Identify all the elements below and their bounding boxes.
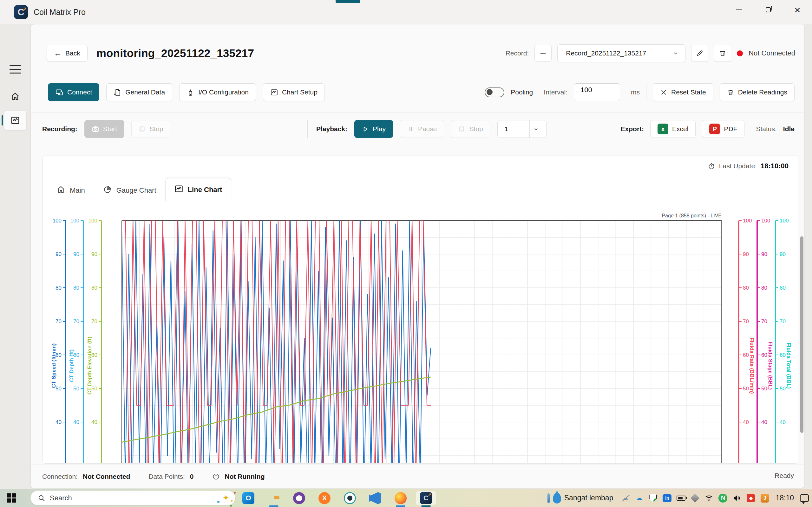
edit-record-button[interactable] (691, 45, 708, 62)
pooling-toggle[interactable] (485, 88, 504, 97)
sync-error-icon[interactable]: ◆ (746, 493, 756, 503)
firefox-icon (395, 492, 407, 504)
svg-text:Fluida Rate (BBL/min): Fluida Rate (BBL/min) (749, 337, 755, 394)
camera-icon (92, 125, 99, 133)
close-icon[interactable]: × (783, 0, 812, 20)
vertical-scrollbar[interactable] (800, 236, 803, 433)
recording-stop-button[interactable]: Stop (131, 120, 170, 138)
svg-text:90: 90 (91, 251, 97, 257)
chart-setup-button[interactable]: Chart Setup (263, 83, 325, 101)
io-configuration-button[interactable]: I/O Configuration (179, 83, 256, 101)
trash-icon (719, 49, 726, 57)
tab-gauge-chart[interactable]: Gauge Chart (94, 180, 165, 201)
taskbar-app-file-explorer[interactable] (264, 491, 284, 505)
svg-text:50: 50 (780, 386, 786, 392)
onedrive-icon[interactable]: ☁ (635, 493, 644, 503)
playback-label: Playback: (316, 125, 347, 133)
export-pdf-button[interactable]: P PDF (702, 120, 745, 138)
playback-speed-value: 1 (505, 125, 508, 133)
connection-label: Connection: (42, 473, 78, 481)
clock[interactable]: 18:10 (775, 494, 794, 502)
x-icon (660, 89, 667, 96)
java-icon[interactable]: J (760, 493, 769, 503)
svg-text:90: 90 (743, 251, 749, 257)
connection-value: Not Connected (83, 473, 130, 481)
search-box[interactable]: Search ✦✦ (31, 491, 235, 505)
taskbar-app-outlook[interactable]: O (239, 491, 258, 505)
outlook-icon: O (242, 492, 254, 504)
add-record-button[interactable] (535, 45, 552, 62)
battery-icon[interactable] (676, 493, 686, 503)
svg-text:40: 40 (761, 419, 767, 425)
notifications-icon[interactable] (800, 494, 809, 502)
minimize-icon[interactable] (724, 0, 754, 20)
taskbar-apps: OXC↗ (239, 491, 436, 505)
sidebar-item-home[interactable] (8, 89, 22, 103)
io-device-icon (187, 89, 194, 96)
menu-icon[interactable] (9, 65, 21, 73)
recording-start-button[interactable]: Start (84, 120, 124, 138)
start-button[interactable] (7, 493, 16, 503)
pie-chart-icon (103, 185, 112, 196)
taskbar-app-firefox[interactable] (391, 491, 410, 505)
pencil-icon (696, 49, 704, 57)
wifi-icon[interactable] (704, 493, 714, 503)
svg-text:100: 100 (70, 218, 79, 224)
vpn-n-icon[interactable]: N (718, 493, 728, 503)
taskbar-app-vscode[interactable] (365, 491, 385, 505)
recording-label: Recording: (42, 125, 78, 133)
taskbar-app-coil-matrix[interactable]: C↗ (416, 491, 436, 505)
play-button[interactable]: Play (354, 120, 393, 138)
svg-text:Fluida Stage (BBL): Fluida Stage (BBL) (767, 342, 773, 390)
divider (646, 83, 647, 101)
status-value: Idle (783, 125, 795, 133)
intel-graphics-icon[interactable]: in (662, 493, 672, 503)
svg-text:CT Speed (ft/min): CT Speed (ft/min) (51, 343, 57, 388)
svg-text:70: 70 (91, 319, 97, 325)
svg-text:100: 100 (53, 218, 61, 224)
datapoints-label: Data Points: (148, 473, 185, 481)
delete-readings-button[interactable]: Delete Readings (720, 83, 795, 101)
gpu-diamond-icon[interactable] (690, 493, 700, 503)
back-button[interactable]: ← Back (47, 45, 88, 61)
security-shield-icon[interactable]: ✓ (648, 493, 658, 503)
svg-text:80: 80 (91, 285, 97, 291)
export-excel-button[interactable]: x Excel (650, 120, 696, 138)
tab-line-chart[interactable]: Line Chart (165, 178, 232, 201)
taskbar-app-github-desktop[interactable] (289, 491, 309, 505)
connect-button[interactable]: Connect (48, 83, 99, 101)
export-label: Export: (621, 125, 644, 133)
restore-icon[interactable] (754, 0, 783, 20)
pause-button[interactable]: Pause (400, 120, 444, 138)
svg-text:60: 60 (780, 352, 786, 358)
svg-text:90: 90 (761, 251, 767, 257)
svg-text:70: 70 (780, 319, 786, 325)
reset-state-button[interactable]: Reset State (653, 83, 713, 101)
svg-text:80: 80 (55, 285, 61, 291)
humidity-drop-icon (553, 493, 561, 504)
chart-icon (270, 89, 278, 96)
record-select[interactable]: Record_20251122_135217 (557, 44, 686, 62)
weather-widget[interactable]: Sangat lembap (548, 493, 613, 504)
svg-text:40: 40 (91, 419, 97, 425)
github-desktop-icon (293, 492, 305, 504)
playback-stop-button[interactable]: Stop (451, 120, 490, 138)
chevron-down-icon (533, 126, 539, 132)
svg-text:80: 80 (761, 285, 767, 291)
playback-speed-select[interactable]: 1 (497, 120, 547, 138)
xampp-icon: X (318, 492, 331, 504)
svg-text:40: 40 (73, 419, 79, 425)
volume-icon[interactable] (732, 493, 742, 503)
thermometer-icon (548, 493, 550, 503)
taskbar-app-mascot[interactable] (340, 491, 360, 505)
taskbar-app-xampp[interactable]: X (315, 491, 334, 505)
interval-input[interactable] (574, 83, 620, 101)
general-data-button[interactable]: General Data (106, 83, 172, 101)
svg-text:80: 80 (73, 285, 79, 291)
home-icon (10, 92, 20, 101)
tab-main[interactable]: Main (48, 180, 94, 201)
divider (31, 112, 804, 113)
onedrive-paused-icon[interactable]: ☁ (620, 493, 630, 503)
delete-record-button[interactable] (714, 45, 731, 62)
svg-text:100: 100 (780, 218, 789, 224)
